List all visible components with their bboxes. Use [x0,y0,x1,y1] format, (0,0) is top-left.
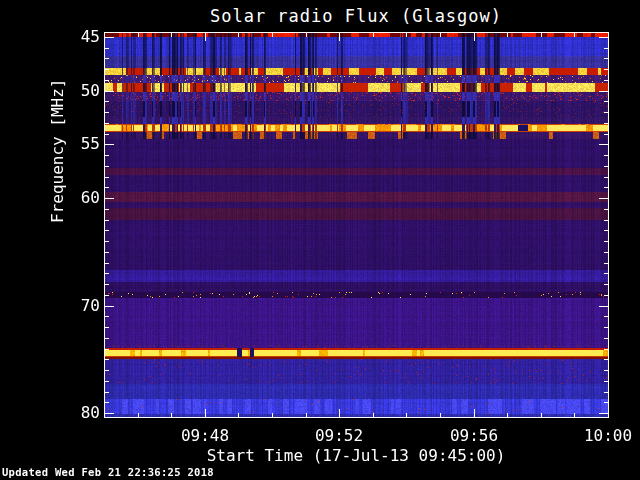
y-tick-label: 80 [56,404,100,422]
x-tick-label: 09:56 [429,427,519,445]
spectrogram-canvas [105,33,608,417]
y-tick-label: 70 [56,297,100,315]
spectrogram-window: Solar radio Flux (Glasgow) 455055607080 … [0,0,640,480]
chart-title: Solar radio Flux (Glasgow) [0,6,640,26]
y-tick-label: 45 [56,28,100,46]
x-axis-title: Start Time (17-Jul-13 09:45:00) [0,446,640,465]
x-tick-label: 09:48 [160,427,250,445]
x-tick-label: 09:52 [294,427,384,445]
update-timestamp: Updated Wed Feb 21 22:36:25 2018 [2,466,214,478]
x-tick-label: 10:00 [563,427,640,445]
